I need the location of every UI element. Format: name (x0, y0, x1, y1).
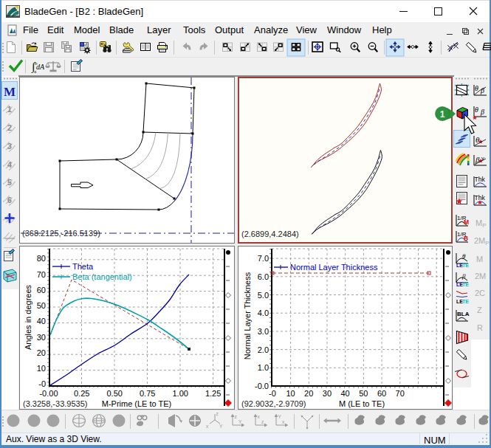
svg-text:70: 70 (396, 389, 405, 398)
svg-text:5.0: 5.0 (258, 291, 269, 300)
svg-text:(3.3258,-33.9535): (3.3258,-33.9535) (23, 399, 87, 408)
svg-text:Y: Y (219, 424, 223, 429)
svg-text:TE: TE (462, 263, 469, 268)
svg-text:2.0: 2.0 (258, 345, 269, 354)
svg-text:6: 6 (7, 196, 12, 204)
svg-text:Normal Layer Thickness: Normal Layer Thickness (290, 263, 378, 272)
svg-text:TE: TE (462, 299, 469, 304)
svg-text:70: 70 (37, 270, 46, 279)
svg-text:-0: -0 (269, 389, 276, 398)
svg-text:z: z (216, 411, 219, 416)
svg-text:2: 2 (7, 123, 12, 132)
svg-text:20: 20 (304, 389, 313, 398)
svg-text:x: x (206, 424, 209, 429)
svg-text:M: M (4, 85, 16, 99)
svg-text:50: 50 (359, 389, 368, 398)
svg-text:Normal Layer Thickness: Normal Layer Thickness (243, 272, 252, 359)
svg-text:x: x (258, 414, 261, 419)
svg-text:Thk: Thk (475, 176, 486, 183)
svg-text:(368.2125,-216.5139): (368.2125,-216.5139) (22, 229, 100, 238)
svg-text:TE: TE (462, 282, 469, 287)
svg-text:1.0: 1.0 (258, 363, 269, 372)
svg-text:BLA: BLA (457, 311, 470, 317)
svg-text:4: 4 (7, 160, 12, 169)
svg-text:30: 30 (323, 389, 332, 398)
svg-text:β: β (480, 86, 484, 94)
svg-text:80: 80 (37, 254, 46, 263)
svg-text:5: 5 (7, 178, 12, 187)
svg-text:x: x (282, 419, 285, 424)
svg-text:Y: Y (238, 419, 242, 424)
svg-text:β: β (461, 272, 466, 280)
svg-text:3: 3 (7, 142, 12, 151)
svg-text:M: M (464, 218, 469, 226)
svg-text:M (LE to TE): M (LE to TE) (339, 399, 385, 408)
svg-text:Angles in degrees: Angles in degrees (24, 284, 32, 350)
svg-text:Y: Y (278, 414, 282, 419)
svg-text:z: z (261, 419, 264, 424)
svg-text:1.00: 1.00 (172, 389, 188, 398)
svg-text:2MP: 2MP (474, 236, 490, 247)
svg-text:20: 20 (37, 348, 46, 357)
svg-text:3.0: 3.0 (258, 327, 269, 336)
svg-text:40: 40 (37, 317, 46, 325)
svg-text:Z: Z (477, 306, 482, 314)
svg-text:0.25: 0.25 (74, 389, 89, 398)
svg-text:Thk: Thk (475, 194, 486, 201)
svg-text:R: R (477, 323, 483, 332)
svg-text:-0: -0 (38, 379, 46, 388)
svg-text:40: 40 (340, 389, 349, 398)
svg-text:β: β (475, 155, 480, 164)
svg-text:(2.6899,4.2484): (2.6899,4.2484) (241, 230, 299, 238)
svg-text:1: 1 (7, 105, 12, 114)
svg-text:θ: θ (462, 252, 466, 260)
svg-text:z: z (235, 414, 237, 419)
svg-text:θ: θ (475, 84, 478, 92)
svg-text:1.25: 1.25 (205, 389, 221, 398)
svg-text:10: 10 (286, 389, 295, 398)
svg-text:dA: dA (36, 63, 45, 71)
svg-text:2M: 2M (475, 272, 486, 280)
svg-text:M: M (476, 255, 483, 263)
svg-text:60: 60 (37, 286, 46, 294)
svg-text:-0.0: -0.0 (255, 382, 269, 390)
svg-text:4.0: 4.0 (258, 309, 269, 317)
svg-text:10: 10 (37, 364, 46, 373)
svg-text:B: B (464, 235, 468, 242)
svg-text:50: 50 (37, 301, 46, 310)
svg-text:30: 30 (37, 333, 46, 342)
svg-text:0.50: 0.50 (106, 389, 122, 398)
svg-text:7.0: 7.0 (258, 254, 269, 263)
svg-text:2C: 2C (475, 289, 485, 297)
svg-text:0.75: 0.75 (140, 389, 155, 398)
svg-text:1: 1 (440, 109, 445, 120)
svg-text:Beta (tangential): Beta (tangential) (72, 272, 132, 281)
svg-text:60: 60 (377, 389, 386, 398)
svg-text:6.0: 6.0 (258, 272, 269, 281)
svg-text:-0.00: -0.00 (39, 389, 58, 398)
svg-text:MP: MP (475, 218, 487, 229)
svg-text:(92.9032,-2.9709): (92.9032,-2.9709) (241, 399, 306, 408)
svg-text:M-Prime (LE to TE): M-Prime (LE to TE) (102, 399, 172, 408)
svg-text:Theta: Theta (72, 262, 94, 271)
